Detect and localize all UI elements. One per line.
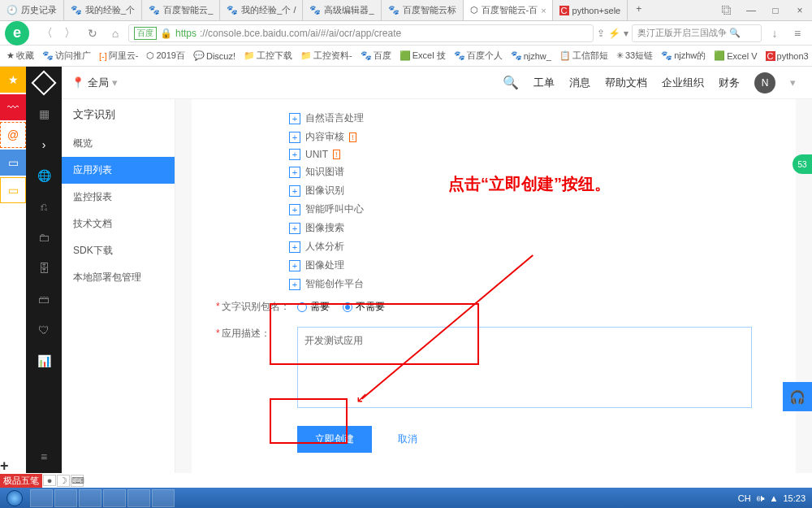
reload-icon[interactable]: ↻ [83,27,102,40]
bookmark-9[interactable]: 🐾百度个人 [454,50,503,62]
nav-message[interactable]: 消息 [569,76,590,90]
share-icon[interactable]: ⇪ [597,28,605,39]
chevron-right-icon[interactable]: › [36,137,52,153]
task-5[interactable] [127,489,150,507]
doc-icon[interactable]: ▭ [0,150,26,176]
grid-icon[interactable]: ▦ [36,106,52,122]
tab-history[interactable]: 🕘历史记录 [0,0,64,20]
system-tray[interactable]: CH 🕪 ▲ 15:23 [738,493,812,503]
nav-ticket[interactable]: 工单 [533,76,555,90]
stats-icon[interactable]: 📊 [36,353,52,369]
url-input[interactable]: 百度 🔒 https://console.bce.baidu.com/ai/#/… [128,24,594,42]
download-icon[interactable]: ↓ [765,27,784,40]
menu-overview[interactable]: 概览 [62,130,175,157]
avatar[interactable]: N [754,72,775,93]
chevron-down-icon[interactable]: ▾ [624,28,628,39]
service-6[interactable]: +图像搜索 [289,219,780,237]
home-icon[interactable]: ⌂ [106,27,125,40]
menu-docs[interactable]: 技术文档 [62,211,175,237]
cancel-button[interactable]: 取消 [388,426,427,453]
task-3[interactable] [79,489,102,507]
start-button[interactable] [0,488,29,508]
bookmark-8[interactable]: 🟩Excel 技 [400,50,446,62]
tab-4[interactable]: 🐾高级编辑器_ [303,0,381,20]
radio-noneed[interactable]: 不需要 [343,300,385,314]
service-8[interactable]: +图像处理 [289,256,780,275]
tab-3[interactable]: 🐾我的经验_个 / [220,0,303,20]
note-icon[interactable]: ▭ [0,177,26,203]
bookmark-1[interactable]: 🐾访问推广 [42,50,91,62]
service-1[interactable]: +内容审核! [289,128,780,146]
task-4[interactable] [103,489,126,507]
service-9[interactable]: +智能创作平台 [289,275,780,293]
service-7[interactable]: +人体分析 [289,237,780,256]
service-5[interactable]: +智能呼叫中心 [289,200,780,219]
menu-monitor[interactable]: 监控报表 [62,184,175,211]
service-0[interactable]: +自然语言处理 [289,109,780,128]
bookmark-10[interactable]: 🐾njzhw_ [511,50,551,61]
create-button[interactable]: 立即创建 [297,426,372,453]
at-icon[interactable]: @ [0,122,26,148]
collapse-icon[interactable]: ≡ [36,449,52,465]
browser-logo-icon[interactable]: e [5,21,29,46]
avatar-chevron-icon[interactable]: ▾ [790,76,796,89]
tray-icon[interactable]: 🕪 [756,493,765,503]
bookmark-13[interactable]: 🐾njzhw的 [661,50,706,62]
bookmark-11[interactable]: 📋工信部短 [559,50,608,62]
close-icon[interactable]: × [541,6,546,15]
tray-icon-2[interactable]: ▲ [770,493,779,503]
tab-1[interactable]: 🐾我的经验_个 [64,0,142,20]
task-explorer[interactable] [30,489,53,507]
plus-corner-icon[interactable]: + [0,458,9,475]
ime-ico-2[interactable]: ☽ [57,475,70,487]
forward-icon[interactable]: 〉 [60,26,80,41]
bookmark-4[interactable]: 💬Discuz! [193,50,235,61]
star-icon[interactable]: ★ [0,67,26,93]
bookmark-6[interactable]: 📁工控资料- [300,50,352,62]
bookmark-7[interactable]: 🐾百度 [361,50,391,62]
back-icon[interactable]: 〈 [37,26,57,41]
bookmark-14[interactable]: 🟩Excel V [714,50,757,61]
maximize-icon[interactable]: □ [763,0,788,20]
weibo-icon[interactable]: 〰 [0,94,26,120]
radio-need[interactable]: 需要 [297,300,330,314]
menu-app-list[interactable]: 应用列表 [62,157,175,184]
nav-org[interactable]: 企业组织 [662,76,704,90]
menu-sdk[interactable]: SDK下载 [62,237,175,264]
tab-2[interactable]: 🐾百度智能云_ [142,0,220,20]
shield-icon[interactable]: 🛡 [36,322,52,338]
location-selector[interactable]: 📍 全局 ▾ [62,76,127,90]
close-window-icon[interactable]: × [788,0,812,20]
bookmark-15[interactable]: Cpython3 [766,51,809,61]
box-icon[interactable]: 🗀 [36,229,52,245]
service-2[interactable]: +UNIT! [289,146,780,163]
minimize-icon[interactable]: — [739,0,763,20]
app-logo[interactable] [26,67,62,99]
nav-help[interactable]: 帮助文档 [605,76,647,90]
search-icon[interactable]: 🔍 [503,75,519,90]
new-tab-button[interactable]: + [628,0,650,20]
ime-bar[interactable]: 极品五笔 ● ☽ ⌨ [0,473,84,488]
flash-icon[interactable]: ⚡ [608,28,620,39]
bookmark-fav[interactable]: ★ 收藏 [6,50,34,62]
tab-5[interactable]: 🐾百度智能云标 [382,0,464,20]
storage-icon[interactable]: 🗄 [36,260,52,276]
ime-ico-3[interactable]: ⌨ [71,475,84,487]
menu-icon[interactable]: ≡ [788,27,807,40]
headset-icon[interactable]: 🎧 [783,382,812,411]
database-icon[interactable]: 🗃 [36,291,52,307]
bookmark-5[interactable]: 📁工控下载 [244,50,292,62]
bookmark-3[interactable]: ⬡2019百 [146,50,184,62]
search-input[interactable]: 奥汀正版开启三国战争 🔍 [632,24,762,42]
tab-active[interactable]: ⬡百度智能云-百× [464,0,553,20]
bookmark-12[interactable]: ✳33短链 [616,50,653,62]
right-badge-icon[interactable]: 53 [793,154,812,174]
nav-finance[interactable]: 财务 [719,76,740,90]
restore-down-icon[interactable]: ⿻ [715,0,739,20]
task-6[interactable] [152,489,175,507]
network-icon[interactable]: ⎌ [36,198,52,215]
menu-deploy[interactable]: 本地部署包管理 [62,264,175,291]
ime-ico-1[interactable]: ● [43,475,56,486]
task-browser[interactable] [54,489,77,507]
globe-icon[interactable]: 🌐 [36,167,52,184]
